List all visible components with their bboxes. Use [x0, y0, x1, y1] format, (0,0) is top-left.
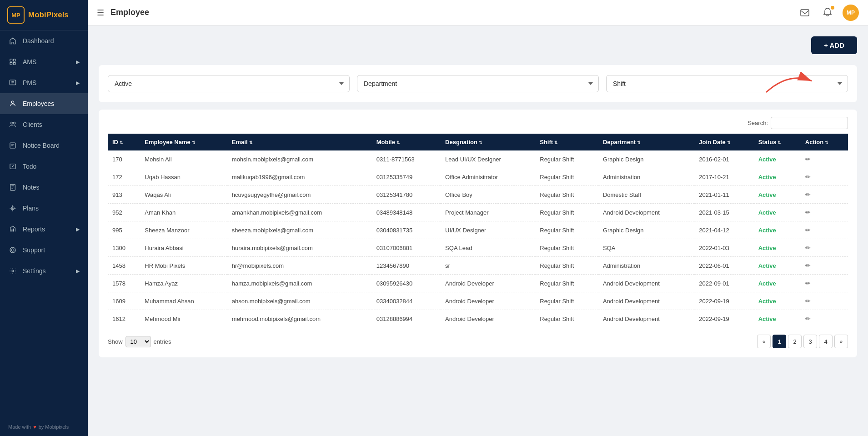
sidebar-item-employees[interactable]: Employees — [0, 93, 88, 114]
bell-button[interactable] — [820, 5, 835, 20]
sidebar-item-notice-board[interactable]: Notice Board — [0, 135, 88, 156]
table-row: 1612Mehmood Mirmehmood.mobipixels@gmail.… — [108, 310, 848, 328]
page-1-button[interactable]: 1 — [773, 335, 786, 348]
add-employee-button[interactable]: + ADD — [811, 36, 857, 54]
cell-email: hcuvgsugyegyfhe@gmail.com — [227, 186, 372, 204]
cell-status: Active — [754, 275, 801, 292]
edit-button[interactable]: ✏ — [805, 280, 811, 287]
edit-button[interactable]: ✏ — [805, 315, 811, 322]
cell-name: Mohsin Ali — [140, 150, 227, 168]
arrow-icon-reports: ▶ — [76, 226, 80, 232]
arrow-icon-ams: ▶ — [76, 59, 80, 65]
cell-email: mehmood.mobipixels@gmail.com — [227, 310, 372, 328]
cell-name: Sheeza Manzoor — [140, 221, 227, 239]
sidebar-item-notes[interactable]: Notes — [0, 177, 88, 198]
logo-text: MobiPixels — [28, 10, 69, 20]
cell-action: ✏ — [801, 257, 848, 275]
sidebar-item-ams[interactable]: AMS ▶ — [0, 51, 88, 72]
edit-button[interactable]: ✏ — [805, 262, 811, 269]
sidebar-item-support[interactable]: Support — [0, 240, 88, 261]
cell-action: ✏ — [801, 186, 848, 204]
cell-id: 952 — [108, 204, 140, 221]
sidebar-item-plans[interactable]: Plans — [0, 198, 88, 219]
col-header-designation[interactable]: Desgnation⇅ — [441, 134, 535, 150]
home-icon — [8, 36, 17, 45]
arrow-icon-pms: ▶ — [76, 80, 80, 86]
cell-mobile: 03340032844 — [372, 292, 441, 310]
cell-department: Android Development — [598, 275, 694, 292]
sidebar-item-dashboard[interactable]: Dashboard — [0, 30, 88, 51]
cell-status: Active — [754, 168, 801, 186]
table-body: 170Mohsin Alimohsin.mobipixels@gmail.com… — [108, 150, 848, 327]
col-header-status[interactable]: Status⇅ — [754, 134, 801, 150]
page-3-button[interactable]: 3 — [803, 335, 817, 348]
edit-button[interactable]: ✏ — [805, 209, 811, 216]
col-header-name[interactable]: Employee Name⇅ — [140, 134, 227, 150]
edit-button[interactable]: ✏ — [805, 191, 811, 198]
cell-join_date: 2016-02-01 — [694, 150, 753, 168]
edit-button[interactable]: ✏ — [805, 226, 811, 234]
edit-button[interactable]: ✏ — [805, 155, 811, 163]
edit-button[interactable]: ✏ — [805, 244, 811, 251]
cell-shift: Regular Shift — [535, 221, 598, 239]
sidebar-item-settings[interactable]: Settings ▶ — [0, 261, 88, 281]
cell-designation: Android Developer — [441, 310, 535, 328]
edit-button[interactable]: ✏ — [805, 297, 811, 305]
cell-name: Huraira Abbasi — [140, 239, 227, 257]
cell-id: 172 — [108, 168, 140, 186]
table-row: 913Waqas Alihcuvgsugyegyfhe@gmail.com031… — [108, 186, 848, 204]
pagination-first-button[interactable]: « — [757, 335, 771, 348]
cell-action: ✏ — [801, 239, 848, 257]
sort-icon: ⇅ — [727, 140, 731, 145]
cell-mobile: 03125335749 — [372, 168, 441, 186]
col-header-action[interactable]: Action⇅ — [801, 134, 848, 150]
sidebar-item-pms[interactable]: PMS ▶ — [0, 72, 88, 93]
cell-email: ahson.mobipixels@gmail.com — [227, 292, 372, 310]
col-header-department[interactable]: Department⇅ — [598, 134, 694, 150]
cell-status: Active — [754, 186, 801, 204]
cell-id: 913 — [108, 186, 140, 204]
user-avatar[interactable]: MP — [843, 5, 859, 21]
sidebar-label-support: Support — [23, 246, 45, 254]
sort-icon: ⇅ — [778, 140, 781, 145]
shift-filter[interactable]: ShiftRegular ShiftNight Shift — [606, 75, 848, 92]
sidebar-label-clients: Clients — [23, 121, 42, 128]
col-header-mobile[interactable]: Mobile⇅ — [372, 134, 441, 150]
cell-department: Domestic Staff — [598, 186, 694, 204]
sidebar-item-clients[interactable]: Clients — [0, 114, 88, 135]
page-2-button[interactable]: 2 — [788, 335, 802, 348]
status-filter[interactable]: ActiveInactiveAll — [108, 75, 350, 92]
cell-name: Uqab Hassan — [140, 168, 227, 186]
menu-icon[interactable]: ☰ — [97, 8, 104, 18]
department-filter[interactable]: DepartmentGraphic DesignAdministrationDo… — [357, 75, 599, 92]
edit-button[interactable]: ✏ — [805, 173, 811, 180]
cell-email: hamza.mobipixels@gmail.com — [227, 275, 372, 292]
cell-join_date: 2022-09-19 — [694, 292, 753, 310]
sort-icon: ⇅ — [192, 140, 196, 145]
page-4-button[interactable]: 4 — [819, 335, 833, 348]
cell-mobile: 03125341780 — [372, 186, 441, 204]
cell-action: ✏ — [801, 275, 848, 292]
search-input[interactable] — [771, 117, 848, 129]
sidebar-item-reports[interactable]: Reports ▶ — [0, 219, 88, 240]
col-header-join_date[interactable]: Join Date⇅ — [694, 134, 753, 150]
pagination-last-button[interactable]: » — [834, 335, 848, 348]
cell-department: SQA — [598, 239, 694, 257]
cell-status: Active — [754, 310, 801, 328]
employee-table-card: Search: ID⇅Employee Name⇅Email⇅Mobile⇅De… — [99, 110, 857, 357]
table-row: 172Uqab Hassanmalikuqab1996@gmail.com031… — [108, 168, 848, 186]
cell-mobile: 1234567890 — [372, 257, 441, 275]
entries-select[interactable]: 102550100 — [125, 336, 151, 347]
col-header-shift[interactable]: Shift⇅ — [535, 134, 598, 150]
col-header-id[interactable]: ID⇅ — [108, 134, 140, 150]
sidebar-label-dashboard: Dashboard — [23, 37, 54, 45]
cell-join_date: 2022-09-19 — [694, 310, 753, 328]
col-header-email[interactable]: Email⇅ — [227, 134, 372, 150]
mail-button[interactable] — [797, 5, 813, 20]
cell-designation: UI/UX Designer — [441, 221, 535, 239]
cell-name: HR Mobi Pixels — [140, 257, 227, 275]
cell-shift: Regular Shift — [535, 204, 598, 221]
sidebar-item-todo[interactable]: Todo — [0, 156, 88, 177]
cell-status: Active — [754, 150, 801, 168]
cell-id: 170 — [108, 150, 140, 168]
